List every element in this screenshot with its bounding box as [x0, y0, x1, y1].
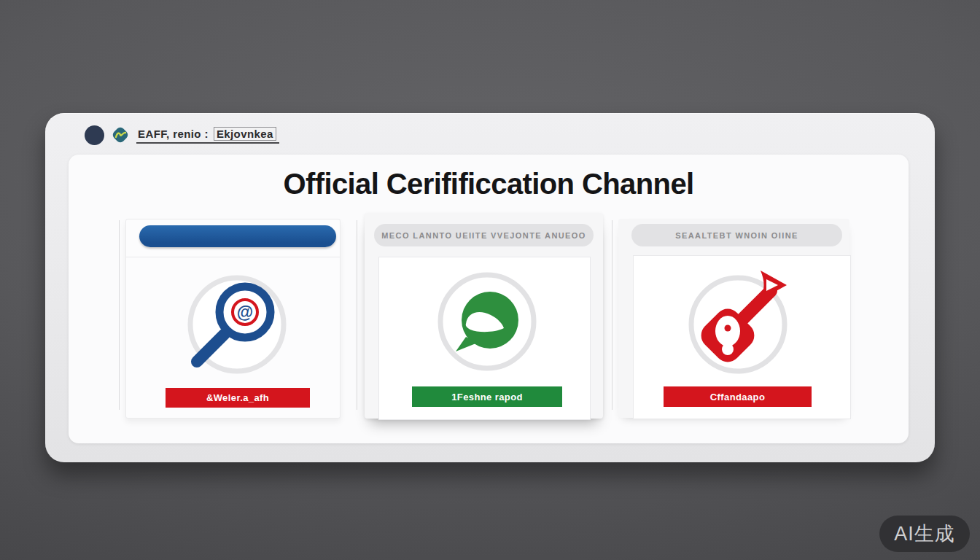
card2-header-pill: MECO LANNTO UEIITE VVEJONTE ANUEOO: [374, 224, 594, 246]
card1-action-button[interactable]: &Weler.a_afh: [166, 388, 310, 408]
brand-row: EAFF, renio : Ekjovnkea: [85, 125, 279, 145]
chat-bubble-icon: [425, 260, 549, 384]
card-official-account: MECO LANNTO UEIITE VVEJONTE ANUEOO 1Fesh…: [365, 213, 603, 419]
page-title: Official Cerifificcation Channel: [69, 168, 909, 201]
brand-text: EAFF, renio :: [138, 128, 209, 140]
ai-generated-watermark: AI生成: [879, 516, 970, 552]
brand-logo-icon: [111, 125, 130, 144]
content-panel: Official Cerifificcation Channel @ &Wele…: [69, 155, 909, 443]
card-search-verification: @ &Weler.a_afh: [125, 219, 341, 419]
card2-action-button[interactable]: 1Feshne rapod: [412, 386, 562, 407]
sheet-edge: [119, 220, 120, 410]
brand-text-boxed: Ekjovnkea: [214, 127, 276, 141]
brand-dot-icon: [85, 125, 104, 145]
sheet-edge: [357, 220, 357, 410]
sheet-edge: [612, 220, 612, 410]
card-online-verification: SEAALTEBT WNOIN OIINE Cffandaapo: [618, 219, 849, 418]
desktop-background: EAFF, renio : Ekjovnkea Official Cerifif…: [0, 0, 980, 560]
app-window: EAFF, renio : Ekjovnkea Official Cerifif…: [45, 113, 935, 462]
card1-divider: [126, 257, 340, 257]
card3-action-button[interactable]: Cffandaapo: [664, 386, 812, 407]
brand-link[interactable]: EAFF, renio : Ekjovnkea: [136, 127, 279, 144]
magnifier-icon: @: [175, 262, 299, 386]
at-glyph: @: [237, 303, 253, 322]
card1-header-pill: [139, 225, 336, 247]
card3-header-pill: SEAALTEBT WNOIN OIINE: [631, 224, 842, 246]
check-pin-icon: [676, 259, 800, 383]
